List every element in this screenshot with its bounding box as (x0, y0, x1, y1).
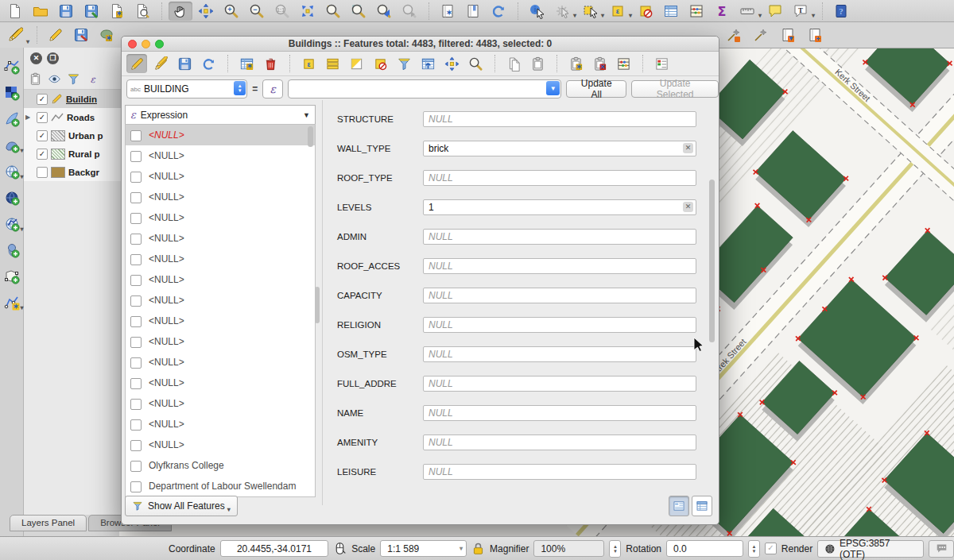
feature-list-item[interactable]: <NULL> (126, 311, 315, 331)
expression-builder-button[interactable]: ε (262, 79, 283, 98)
toggle-editing-icon[interactable] (44, 25, 68, 44)
expression-dropdown-icon[interactable]: ▼ (546, 81, 560, 95)
feature-list-item[interactable]: <NULL> (126, 166, 315, 187)
layer-row-roads[interactable]: ▶ ✓ Roads (24, 108, 128, 126)
add-spatialite-layer-icon[interactable] (2, 241, 22, 260)
composer-manager-icon[interactable] (130, 2, 154, 21)
field-input-religion[interactable] (423, 317, 696, 333)
layer-row-background[interactable]: Backgr (24, 163, 128, 181)
rotation-field[interactable]: 0.0 (666, 540, 743, 557)
field-input-full-addre[interactable] (423, 376, 696, 392)
map-tips-icon[interactable] (763, 2, 787, 21)
form-scrollbar-thumb[interactable] (709, 180, 715, 342)
new-geopackage-layer-icon[interactable]: ✶▾ (2, 293, 22, 312)
messages-icon[interactable] (929, 540, 954, 558)
feature-checkbox[interactable] (130, 316, 142, 327)
zoom-window-icon[interactable] (155, 40, 164, 48)
add-vector-layer-icon[interactable] (2, 57, 22, 76)
scale-lock-icon[interactable] (471, 542, 485, 555)
save-layer-edits-icon[interactable] (69, 25, 93, 44)
new-field-icon[interactable]: ✶ (565, 54, 586, 73)
field-input-capacity[interactable] (423, 288, 696, 303)
list-scrollbar-thumb[interactable] (308, 126, 313, 147)
field-input-structure[interactable] (423, 111, 696, 127)
zoom-out-icon[interactable]: − (245, 2, 269, 21)
field-calculator-icon[interactable] (684, 2, 708, 21)
current-edits-icon[interactable] (3, 25, 27, 44)
zoom-last-icon[interactable] (372, 2, 396, 21)
filter-select-icon[interactable] (394, 54, 414, 73)
wms-caret[interactable]: ▾ (20, 173, 23, 183)
zoom-to-selection-icon[interactable] (465, 54, 486, 73)
select-features-icon[interactable] (578, 2, 602, 21)
new-shapefile-layer-icon[interactable] (2, 267, 22, 286)
magnifier-spinner[interactable]: ▲▼ (609, 540, 621, 558)
feature-checkbox[interactable] (130, 337, 142, 348)
paste-features-icon[interactable] (527, 54, 548, 73)
panel-float-icon[interactable]: ❐ (47, 52, 59, 64)
measure-icon[interactable] (735, 2, 759, 21)
feature-list-item[interactable]: <NULL> (126, 228, 315, 249)
add-wcs-layer-icon[interactable] (2, 188, 22, 207)
layer-checkbox[interactable]: ✓ (37, 94, 48, 105)
combo-arrows-icon[interactable]: ▲▼ (234, 81, 246, 95)
feature-checkbox[interactable] (130, 151, 142, 162)
feature-checkbox[interactable] (130, 481, 142, 492)
deselect-icon[interactable] (370, 54, 390, 73)
field-input-leisure[interactable] (423, 464, 696, 480)
layer-row-rural[interactable]: ✓ Rural p (24, 145, 128, 163)
panel-close-icon[interactable]: ✕ (30, 52, 42, 64)
new-bookmark-icon[interactable]: ✶ (436, 2, 460, 21)
statistical-summary-icon[interactable]: Σ (710, 2, 734, 21)
feature-list-item[interactable]: <NULL> (126, 207, 315, 228)
open-project-icon[interactable] (29, 2, 52, 21)
feature-checkbox[interactable] (130, 461, 142, 472)
magnifier-field[interactable]: 100% (533, 540, 604, 557)
feature-list-item[interactable]: <NULL> (126, 125, 315, 145)
field-input-roof-acces[interactable] (423, 258, 696, 274)
feature-checkbox[interactable] (130, 399, 142, 410)
pan-to-selection-icon[interactable] (194, 2, 218, 21)
expression-filter-icon[interactable]: ε (86, 72, 99, 86)
multiedit-icon[interactable] (150, 54, 171, 73)
feature-list-item[interactable]: <NULL> (126, 414, 315, 434)
feature-checkbox[interactable] (130, 234, 142, 245)
field-input-amenity[interactable] (423, 434, 696, 450)
new-layer-caret[interactable]: ▾ (20, 304, 23, 314)
highlight-pinned-labels-icon[interactable]: ▾ (776, 25, 800, 44)
delete-field-icon[interactable]: ✕ (589, 54, 610, 73)
zoom-to-selection-icon[interactable] (321, 2, 345, 21)
zoom-to-layer-icon[interactable] (347, 2, 370, 21)
feature-checkbox[interactable] (130, 213, 142, 224)
rotation-spinner[interactable]: ▲▼ (748, 540, 760, 558)
layer-row-buildings[interactable]: ✓ Buildin (24, 90, 128, 108)
layer-diagram-options-icon[interactable] (749, 25, 773, 44)
pan-to-selection-icon[interactable] (441, 54, 462, 73)
identify-features-icon[interactable]: i (525, 2, 549, 21)
mouse-position-icon[interactable] (333, 542, 347, 555)
feature-list-item[interactable]: <NULL> (126, 331, 315, 352)
reload-icon[interactable] (198, 54, 219, 73)
add-postgis-layer-icon[interactable]: ▾ (2, 136, 22, 155)
save-project-as-icon[interactable] (80, 2, 103, 21)
add-wms-layer-icon[interactable]: ▾ (2, 162, 22, 181)
add-wfs-layer-icon[interactable]: ▾ (2, 214, 22, 234)
feature-list-item[interactable]: <NULL> (126, 145, 315, 166)
middle-scrollbar-thumb[interactable] (315, 287, 320, 323)
manage-layer-visibility-icon[interactable] (48, 72, 61, 86)
add-delimited-text-layer-icon[interactable] (2, 110, 22, 129)
zoom-full-icon[interactable] (296, 2, 320, 21)
field-input-wall-type[interactable] (423, 141, 696, 156)
layer-checkbox[interactable]: ✓ (37, 130, 48, 141)
toggle-editing-icon[interactable] (126, 54, 147, 73)
feature-list-item[interactable]: <NULL> (126, 393, 315, 414)
text-annotation-icon[interactable]: T (789, 2, 812, 21)
table-view-button[interactable] (692, 496, 712, 516)
feature-checkbox[interactable] (130, 130, 142, 141)
feature-list-item[interactable]: <NULL> (126, 269, 315, 290)
zoom-in-icon[interactable]: + (219, 2, 243, 21)
expression-input[interactable] (290, 81, 548, 97)
tab-layers-panel[interactable]: Layers Panel (10, 515, 87, 531)
field-selector-combo[interactable]: abc BUILDING ▲▼ (126, 79, 247, 98)
feature-checkbox[interactable] (130, 419, 142, 431)
